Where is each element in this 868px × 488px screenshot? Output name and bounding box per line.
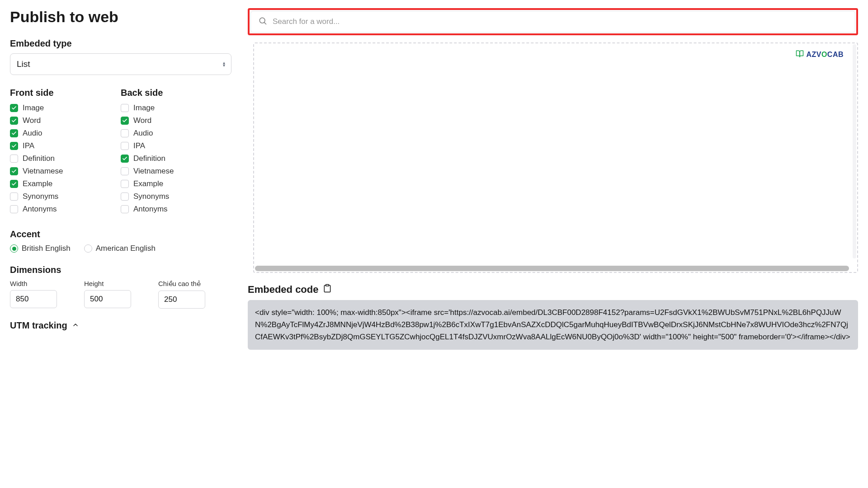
embed-type-label: Embeded type bbox=[10, 38, 231, 49]
back-item-definition: Definition bbox=[121, 154, 231, 163]
front-item-audio: Audio bbox=[10, 129, 121, 138]
back-item-word: Word bbox=[121, 116, 231, 125]
svg-point-0 bbox=[259, 18, 265, 23]
back-side-title: Back side bbox=[121, 88, 231, 98]
checkbox[interactable] bbox=[121, 155, 129, 163]
utm-tracking-toggle[interactable]: UTM tracking bbox=[10, 320, 231, 331]
front-item-ipa: IPA bbox=[10, 141, 121, 150]
chevron-updown-icon: ▴▾ bbox=[223, 61, 225, 67]
front-item-image: Image bbox=[10, 103, 121, 113]
checkbox-label: Antonyms bbox=[23, 205, 57, 214]
checkbox[interactable] bbox=[121, 180, 129, 188]
front-side-list: ImageWordAudioIPADefinitionVietnameseExa… bbox=[10, 103, 121, 214]
search-icon bbox=[258, 16, 267, 27]
checkbox-label: Word bbox=[133, 116, 151, 125]
back-item-antonyms: Antonyms bbox=[121, 205, 231, 214]
back-item-example: Example bbox=[121, 179, 231, 188]
checkbox-label: IPA bbox=[23, 141, 34, 150]
checkbox-label: Audio bbox=[133, 129, 153, 138]
book-icon bbox=[795, 50, 804, 60]
front-item-vietnamese: Vietnamese bbox=[10, 167, 121, 176]
checkbox-label: Antonyms bbox=[133, 205, 168, 214]
svg-line-1 bbox=[264, 23, 266, 24]
checkbox[interactable] bbox=[10, 180, 18, 188]
checkbox-label: Example bbox=[133, 179, 163, 188]
checkbox-label: Image bbox=[133, 103, 155, 113]
front-item-synonyms: Synonyms bbox=[10, 192, 121, 201]
search-highlight-frame bbox=[248, 8, 858, 35]
checkbox-label: Example bbox=[23, 179, 52, 188]
embed-type-select[interactable]: List bbox=[10, 53, 231, 75]
checkbox[interactable] bbox=[10, 117, 18, 125]
checkbox[interactable] bbox=[121, 142, 129, 150]
front-item-antonyms: Antonyms bbox=[10, 205, 121, 214]
embed-code-label: Embeded code bbox=[248, 284, 318, 296]
checkbox[interactable] bbox=[121, 205, 129, 213]
checkbox-label: Image bbox=[23, 103, 44, 113]
checkbox[interactable] bbox=[10, 129, 18, 137]
checkbox[interactable] bbox=[10, 205, 18, 213]
checkbox[interactable] bbox=[121, 104, 129, 112]
embed-preview: AZVOCAB bbox=[253, 42, 858, 273]
back-item-image: Image bbox=[121, 103, 231, 113]
copy-icon[interactable] bbox=[323, 284, 332, 296]
radio-label: American English bbox=[96, 244, 156, 253]
front-side-title: Front side bbox=[10, 88, 121, 98]
back-item-ipa: IPA bbox=[121, 141, 231, 150]
dimensions-label: Dimensions bbox=[10, 265, 231, 275]
back-item-synonyms: Synonyms bbox=[121, 192, 231, 201]
width-input[interactable] bbox=[10, 290, 57, 308]
checkbox-label: Vietnamese bbox=[23, 167, 63, 176]
front-item-word: Word bbox=[10, 116, 121, 125]
checkbox[interactable] bbox=[121, 167, 129, 175]
card-height-input[interactable] bbox=[158, 291, 205, 309]
card-height-label: Chiều cao thẻ bbox=[158, 280, 205, 288]
checkbox-label: Definition bbox=[23, 154, 55, 163]
search-input[interactable] bbox=[273, 17, 848, 26]
preview-scrollbar-vertical[interactable] bbox=[853, 44, 856, 258]
checkbox[interactable] bbox=[10, 142, 18, 150]
checkbox-label: Word bbox=[23, 116, 41, 125]
chevron-up-icon bbox=[72, 320, 79, 331]
checkbox[interactable] bbox=[121, 129, 129, 137]
height-input[interactable] bbox=[84, 290, 131, 308]
checkbox-label: Audio bbox=[23, 129, 42, 138]
accent-option-british-english[interactable]: British English bbox=[10, 244, 71, 253]
checkbox[interactable] bbox=[10, 192, 18, 201]
checkbox-label: Synonyms bbox=[133, 192, 169, 201]
checkbox[interactable] bbox=[121, 117, 129, 125]
page-title: Publish to web bbox=[10, 8, 231, 26]
accent-option-american-english[interactable]: American English bbox=[84, 244, 156, 253]
utm-label: UTM tracking bbox=[10, 320, 67, 331]
front-item-example: Example bbox=[10, 179, 121, 188]
brand-text: AZVOCAB bbox=[806, 51, 844, 59]
brand-logo: AZVOCAB bbox=[795, 50, 844, 60]
radio-label: British English bbox=[22, 244, 71, 253]
svg-rect-2 bbox=[326, 285, 329, 286]
preview-scrollbar-horizontal[interactable] bbox=[255, 266, 849, 271]
width-label: Width bbox=[10, 280, 57, 287]
radio-icon bbox=[84, 244, 92, 253]
search-bar[interactable] bbox=[250, 11, 855, 33]
checkbox-label: Vietnamese bbox=[133, 167, 174, 176]
checkbox-label: Synonyms bbox=[23, 192, 58, 201]
checkbox[interactable] bbox=[10, 155, 18, 163]
back-side-list: ImageWordAudioIPADefinitionVietnameseExa… bbox=[121, 103, 231, 214]
checkbox[interactable] bbox=[10, 167, 18, 175]
checkbox-label: IPA bbox=[133, 141, 145, 150]
back-item-audio: Audio bbox=[121, 129, 231, 138]
front-item-definition: Definition bbox=[10, 154, 121, 163]
accent-radio-group: British EnglishAmerican English bbox=[10, 244, 231, 253]
checkbox-label: Definition bbox=[133, 154, 165, 163]
height-label: Height bbox=[84, 280, 131, 287]
back-item-vietnamese: Vietnamese bbox=[121, 167, 231, 176]
accent-label: Accent bbox=[10, 229, 231, 239]
embed-code-box[interactable]: <div style="width: 100%; max-width:850px… bbox=[248, 300, 858, 350]
checkbox[interactable] bbox=[10, 104, 18, 112]
radio-icon bbox=[10, 244, 18, 253]
checkbox[interactable] bbox=[121, 192, 129, 201]
embed-type-value: List bbox=[17, 59, 30, 69]
